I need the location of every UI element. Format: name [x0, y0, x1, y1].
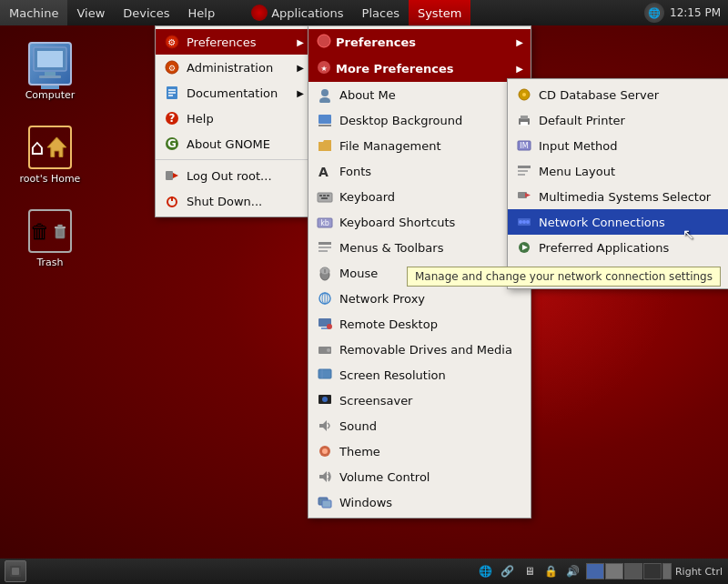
pref-file-mgmt[interactable]: File Management — [308, 133, 531, 158]
panel-menu-places[interactable]: Places — [353, 0, 409, 25]
mp-preferred-apps[interactable]: Preferred Applications — [508, 235, 728, 260]
panel-menu-applications[interactable]: Applications — [242, 0, 352, 25]
input-method-icon: IM — [515, 136, 533, 155]
administration-arrow: ▶ — [297, 63, 304, 73]
pref-volume-control[interactable]: Volume Control — [308, 464, 531, 489]
remote-desktop-icon — [316, 315, 334, 333]
tray-icon-volume[interactable]: 🔊 — [564, 562, 582, 580]
panel-menu-help[interactable]: Help — [179, 0, 225, 25]
svg-point-86 — [519, 276, 530, 281]
pref-desktop-bg[interactable]: Desktop Background — [308, 107, 531, 133]
menu-item-administration[interactable]: ⚙ Administration ▶ — [156, 55, 308, 80]
pref-keyboard-shortcuts[interactable]: kb Keyboard Shortcuts — [308, 209, 531, 235]
network-proxy-icon — [316, 289, 334, 307]
preferences-label: Preferences — [187, 35, 290, 49]
computer-label: Computer — [25, 89, 76, 101]
svg-rect-44 — [318, 250, 328, 252]
mp-cd-database[interactable]: CD Database Server — [508, 82, 728, 107]
pref-remote-desktop[interactable]: Remote Desktop — [308, 311, 531, 337]
mp-input-method[interactable]: IM Input Method — [508, 133, 728, 158]
svg-text:⚙: ⚙ — [168, 64, 176, 73]
mp-sessions[interactable]: Sessions — [508, 260, 728, 286]
computer-icon-img — [28, 42, 72, 86]
pref-removable-drives[interactable]: Removable Drives and Media — [308, 337, 531, 362]
pref-network-proxy[interactable]: Network Proxy — [308, 286, 531, 311]
mp-network-connections[interactable]: Network Connections — [508, 209, 728, 235]
svg-text:kb: kb — [320, 219, 329, 227]
sessions-label: Sessions — [539, 267, 711, 280]
preferences-icon: ⚙ — [163, 33, 181, 51]
screen-resolution-icon — [316, 366, 334, 384]
right-ctrl-label: Right Ctrl — [675, 566, 723, 578]
logout-label: Log Out root... — [187, 169, 290, 183]
svg-text:★: ★ — [320, 65, 327, 73]
svg-point-79 — [519, 220, 522, 224]
menu-item-logout[interactable]: Log Out root... — [156, 163, 308, 188]
tray-icon-network[interactable]: 🌐 — [477, 562, 495, 580]
panel-menu-view[interactable]: View — [67, 0, 114, 25]
svg-marker-77 — [525, 193, 531, 197]
panel-menu-system[interactable]: System — [409, 0, 470, 25]
home-icon-img — [28, 126, 72, 169]
svg-rect-43 — [318, 247, 331, 248]
svg-text:IM: IM — [520, 142, 528, 150]
mp-multimedia-selector[interactable]: Multimedia Systems Selector — [508, 184, 728, 209]
home-label: root's Home — [20, 173, 81, 185]
fonts-label: Fonts — [339, 165, 512, 178]
tray-icon-lock[interactable]: 🔒 — [542, 562, 561, 580]
svg-rect-37 — [323, 195, 326, 196]
applications-icon — [251, 5, 268, 21]
menu-item-preferences[interactable]: ⚙ Preferences ▶ — [156, 29, 308, 55]
menus-toolbars-label: Menus & Toolbars — [339, 241, 512, 255]
documentation-icon — [163, 84, 181, 102]
menus-toolbars-icon — [316, 238, 334, 257]
svg-rect-73 — [518, 166, 531, 168]
more-prefs-item[interactable]: ★ More Preferences ▶ — [308, 55, 531, 82]
remote-desktop-label: Remote Desktop — [339, 317, 512, 331]
pref-keyboard[interactable]: Keyboard — [308, 184, 531, 209]
input-method-label: Input Method — [539, 139, 711, 153]
pref-menus-toolbars[interactable]: Menus & Toolbars — [308, 235, 531, 260]
multimedia-selector-label: Multimedia Systems Selector — [539, 190, 711, 204]
top-panel: Machine View Devices Help Applications P… — [0, 0, 728, 25]
mouse-icon — [316, 264, 334, 282]
mp-menu-layout[interactable]: Menu Layout — [508, 158, 728, 184]
color-square-gray1 — [605, 563, 623, 579]
preferences-submenu: Preferences ▶ ★ More Preferences ▶ About… — [308, 25, 531, 519]
svg-marker-24 — [173, 173, 178, 178]
svg-point-85 — [521, 267, 528, 275]
shutdown-icon — [163, 192, 181, 210]
logout-icon — [163, 166, 181, 185]
svg-marker-63 — [319, 471, 327, 482]
desktop-icon-home[interactable]: root's Home — [9, 120, 91, 190]
separator-1 — [156, 159, 308, 160]
removable-drives-icon — [316, 340, 334, 358]
cd-database-label: CD Database Server — [539, 88, 711, 102]
shutdown-label: Shut Down... — [187, 195, 290, 208]
menu-item-documentation[interactable]: Documentation ▶ — [156, 80, 308, 106]
tray-icon-link[interactable]: 🔗 — [499, 562, 517, 580]
theme-label: Theme — [339, 445, 512, 458]
sessions-icon — [515, 264, 533, 282]
mp-default-printer[interactable]: Default Printer — [508, 107, 728, 133]
menu-item-about-gnome[interactable]: G About GNOME — [156, 131, 308, 156]
pref-sound[interactable]: Sound — [308, 413, 531, 438]
svg-rect-38 — [327, 195, 329, 196]
menu-item-shutdown[interactable]: Shut Down... — [156, 188, 308, 214]
pref-theme[interactable]: Theme — [308, 438, 531, 464]
pref-mouse[interactable]: Mouse — [308, 260, 531, 286]
taskbar-btn-1[interactable] — [5, 560, 26, 582]
desktop-icon-trash[interactable]: Trash — [9, 204, 91, 274]
fonts-icon: A — [316, 162, 334, 180]
panel-menu-machine[interactable]: Machine — [0, 0, 67, 25]
desktop-icon-computer[interactable]: Computer — [9, 36, 91, 106]
pref-about-me[interactable]: About Me — [308, 82, 531, 107]
pref-fonts[interactable]: A Fonts — [308, 158, 531, 184]
pref-screen-resolution[interactable]: Screen Resolution — [308, 362, 531, 388]
tray-icon-display[interactable]: 🖥 — [521, 562, 539, 580]
menu-item-help[interactable]: ? Help — [156, 106, 308, 131]
pref-windows[interactable]: Windows — [308, 489, 531, 515]
more-prefs-label: More Preferences — [336, 62, 454, 76]
pref-screensaver[interactable]: Screensaver — [308, 388, 531, 413]
panel-menu-devices[interactable]: Devices — [114, 0, 178, 25]
